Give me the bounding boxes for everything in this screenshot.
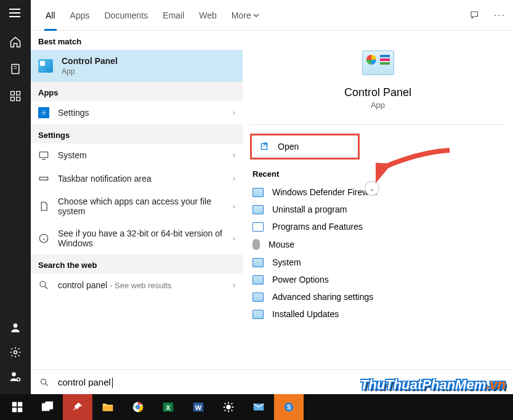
panel-icon — [252, 293, 264, 302]
apps-icon[interactable] — [9, 90, 22, 102]
svg-rect-3 — [11, 92, 15, 95]
svg-line-19 — [45, 286, 47, 289]
svg-rect-14 — [39, 177, 48, 180]
expand-down-icon[interactable]: ⌄ — [365, 181, 379, 196]
svg-point-11 — [43, 112, 45, 114]
svg-point-10 — [17, 378, 20, 381]
info-icon — [38, 233, 49, 244]
taskbar-icon — [38, 173, 49, 184]
tab-email[interactable]: Email — [155, 0, 192, 31]
svg-text:S: S — [287, 404, 291, 411]
tab-apps[interactable]: Apps — [63, 0, 97, 31]
file-explorer-icon[interactable] — [93, 394, 123, 420]
taskbar: X W S — [0, 394, 513, 420]
user-icon[interactable] — [9, 321, 22, 334]
svg-rect-6 — [17, 97, 20, 101]
svg-rect-12 — [39, 152, 48, 158]
result-system[interactable]: System › — [31, 143, 243, 167]
excel-icon[interactable]: X — [153, 394, 183, 420]
svg-point-18 — [40, 281, 46, 287]
watermark: ThuThuatPhanMem.vn — [360, 377, 506, 393]
document-icon — [38, 201, 49, 212]
settings-taskbar-icon[interactable] — [214, 394, 243, 420]
svg-point-8 — [14, 351, 17, 354]
snip-icon[interactable]: S — [274, 394, 304, 420]
section-best-match: Best match — [31, 31, 243, 50]
tab-web[interactable]: Web — [192, 0, 224, 31]
start-button[interactable] — [2, 394, 32, 420]
mail-icon[interactable] — [244, 394, 273, 420]
recent-header: Recent — [250, 163, 506, 184]
recent-item[interactable]: System — [250, 254, 506, 271]
svg-point-9 — [12, 373, 16, 377]
search-icon — [39, 378, 49, 387]
settings-app-icon — [38, 107, 49, 118]
settings-gear-icon[interactable] — [9, 346, 22, 358]
left-rail — [0, 0, 31, 394]
preview-pane: Control Panel App Open Recent Windows De… — [243, 31, 513, 370]
panel-icon — [252, 205, 264, 214]
result-control-panel[interactable]: Control Panel App — [31, 50, 243, 82]
search-query: control panel — [58, 377, 111, 387]
open-button[interactable]: Open — [250, 134, 360, 160]
svg-point-36 — [227, 405, 230, 409]
panel-icon — [252, 188, 264, 197]
overflow-icon[interactable]: ··· — [494, 10, 506, 21]
account-icon[interactable] — [9, 371, 22, 383]
tab-all[interactable]: All — [38, 0, 63, 31]
recent-item[interactable]: Uninstall a program — [250, 201, 506, 218]
svg-rect-25 — [12, 408, 17, 412]
filter-tabs: All Apps Documents Email Web More ··· — [31, 0, 513, 31]
recent-item[interactable]: Installed Updates — [250, 305, 506, 323]
panel-icon — [252, 310, 264, 319]
svg-text:W: W — [195, 404, 202, 411]
svg-point-7 — [14, 323, 18, 328]
result-taskbar-notification[interactable]: Taskbar notification area › — [31, 167, 243, 190]
hero-title: Control Panel — [344, 86, 411, 99]
programs-icon — [252, 222, 264, 232]
svg-rect-20 — [261, 143, 267, 149]
recent-item[interactable]: Advanced sharing settings — [250, 288, 506, 305]
tab-more[interactable]: More — [224, 0, 267, 31]
recent-item[interactable]: Programs and Features — [250, 218, 506, 235]
pinned-app-icon[interactable] — [63, 394, 92, 420]
chrome-icon[interactable] — [123, 394, 153, 420]
word-icon[interactable]: W — [184, 394, 213, 420]
svg-point-21 — [41, 379, 46, 384]
search-icon — [38, 280, 49, 291]
svg-rect-29 — [103, 406, 113, 411]
svg-text:X: X — [166, 404, 171, 411]
feedback-icon[interactable] — [469, 10, 480, 21]
result-windows-bit[interactable]: See if you have a 32-bit or 64-bit versi… — [31, 222, 243, 254]
chevron-right-icon: › — [233, 108, 235, 117]
result-app-access[interactable]: Choose which apps can access your file s… — [31, 190, 243, 222]
display-icon — [38, 150, 49, 161]
section-search-web: Search the web — [31, 254, 243, 273]
svg-rect-5 — [11, 97, 15, 101]
result-web-search[interactable]: control panel - See web results › — [31, 273, 243, 297]
recent-item[interactable]: Mouse — [250, 235, 506, 254]
results-list: Best match Control Panel App Apps Settin… — [31, 31, 243, 370]
hero-subtitle: App — [371, 100, 385, 110]
panel-icon — [252, 258, 264, 267]
control-panel-hero-icon — [362, 50, 394, 75]
home-icon[interactable] — [9, 36, 22, 48]
svg-rect-4 — [17, 92, 20, 95]
svg-line-22 — [46, 384, 47, 386]
task-view-icon[interactable] — [33, 394, 62, 420]
panel-icon — [252, 275, 264, 285]
svg-rect-0 — [12, 65, 19, 74]
section-apps: Apps — [31, 82, 243, 101]
control-panel-icon — [38, 59, 53, 73]
svg-rect-23 — [12, 402, 17, 406]
mouse-icon — [252, 239, 260, 250]
svg-rect-26 — [18, 408, 22, 412]
svg-rect-28 — [46, 402, 52, 409]
hamburger-icon[interactable] — [9, 9, 22, 21]
notebook-icon[interactable] — [9, 63, 22, 75]
svg-rect-24 — [18, 402, 22, 406]
result-settings[interactable]: Settings › — [31, 101, 243, 124]
section-settings: Settings — [31, 124, 243, 143]
tab-documents[interactable]: Documents — [97, 0, 155, 31]
recent-item[interactable]: Power Options — [250, 271, 506, 288]
